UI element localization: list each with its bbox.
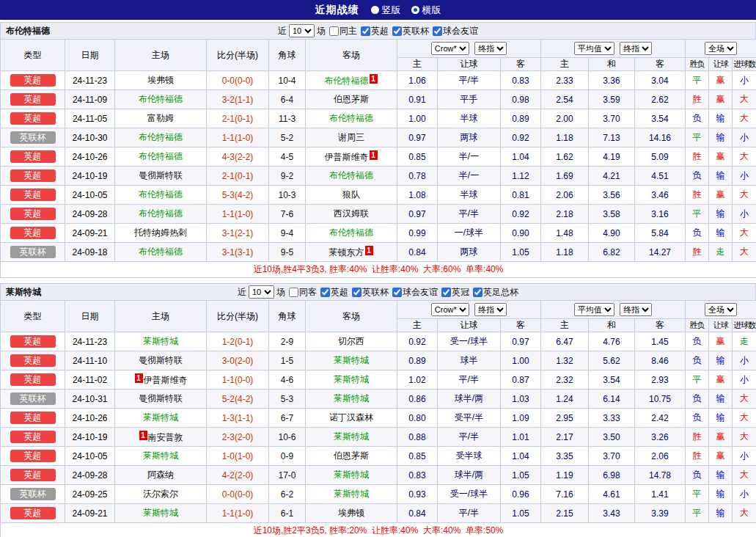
league-type-cell: 英超 (1, 504, 65, 523)
index-type-select[interactable]: 终指 (474, 42, 507, 55)
filter-checkbox[interactable] (392, 26, 402, 36)
filter-checkbox[interactable] (361, 26, 370, 36)
match-date: 24-11-23 (65, 332, 115, 351)
league-type-cell: 英超 (1, 351, 65, 370)
result-goals: 小 (733, 167, 756, 186)
filter-epl[interactable]: 英超 (361, 25, 389, 37)
home-team: 布伦特福德 (115, 90, 207, 109)
match-score: 3-1(3-1) (207, 243, 269, 262)
match-row: 英超24-10-191南安普敦2-3(2-0)10-6莱斯特城0.88平/半1.… (1, 428, 756, 447)
filter-checkbox[interactable] (392, 288, 402, 297)
team-name: 沃尔索尔 (143, 489, 178, 499)
average-select[interactable]: 平均值 (574, 42, 614, 55)
col-score: 比分(半场) (207, 40, 269, 71)
avg-home-odds: 1.19 (541, 466, 589, 485)
result-goals: 小 (733, 71, 756, 90)
radio-icon[interactable] (411, 6, 419, 14)
filter-checkbox[interactable] (473, 288, 482, 297)
average-select[interactable]: 平均值 (574, 303, 614, 316)
home-team: 莱斯特城 (115, 447, 207, 466)
recent-label-pre: 近 (278, 25, 287, 37)
section-header: 莱斯特城 近 10 场 同客英超英联杯球会友谊英冠英足总杯 (0, 283, 756, 300)
result-goals: 大 (733, 147, 756, 167)
index-type-select2[interactable]: 终指 (620, 42, 652, 55)
col-result-wdl: 胜负 (686, 58, 709, 71)
filter-efl-cup[interactable]: 英联杯 (352, 286, 389, 299)
radio-label: 竖版 (382, 4, 401, 17)
team-name: 布伦特福德 (139, 208, 183, 219)
team-name: 布伦特福德 (325, 76, 369, 86)
match-date: 24-10-19 (65, 167, 115, 186)
avg-away-odds: 8.46 (635, 351, 686, 370)
avg-home-odds: 1.69 (541, 167, 589, 186)
match-score: 1-0(1-0) (207, 447, 269, 466)
avg-draw-odds: 4.19 (589, 147, 635, 167)
handicap-home-odds: 0.83 (397, 466, 438, 485)
filter-checkbox[interactable] (441, 288, 451, 297)
handicap-away-odds: 0.89 (501, 109, 541, 128)
filter-same-home[interactable]: 同主 (329, 25, 357, 37)
league-type-cell: 英超 (1, 332, 65, 351)
handicap-home-odds: 1.08 (397, 186, 438, 205)
handicap-away-odds: 0.92 (501, 128, 541, 147)
filter-checkbox[interactable] (329, 26, 339, 36)
avg-home-odds: 1.24 (541, 390, 589, 409)
match-row: 英超24-10-26莱斯特城1-3(1-1)6-7诺丁汉森林0.80受平/半1.… (1, 409, 756, 428)
team-name: 阿森纳 (147, 470, 174, 480)
home-team: 布伦特福德 (115, 243, 207, 262)
league-type-cell: 英联杯 (1, 390, 65, 409)
avg-draw-odds: 3.50 (589, 428, 635, 447)
avg-home-odds: 1.18 (541, 243, 589, 262)
index-type-select2[interactable]: 终指 (620, 303, 652, 316)
corner-score: 9-2 (269, 167, 306, 186)
filter-label: 球会友谊 (403, 286, 438, 299)
match-date: 24-11-23 (65, 71, 115, 90)
bookmaker-select[interactable]: Crow* (431, 42, 469, 55)
match-row: 英超24-10-05莱斯特城1-0(1-0)0-9伯恩茅斯0.85受半球1.04… (1, 447, 756, 466)
avg-away-odds: 2.06 (635, 447, 686, 466)
league-type-cell: 英超 (1, 466, 65, 485)
handicap-line: 球半 (438, 351, 501, 370)
filter-checkbox[interactable] (352, 288, 362, 297)
recent-count-select[interactable]: 10 (289, 24, 315, 37)
filter-championship[interactable]: 英冠 (441, 286, 469, 299)
filter-checkbox[interactable] (320, 288, 330, 297)
away-team: 埃弗顿 (306, 504, 397, 523)
league-filter-group: 同客英超英联杯球会友谊英冠英足总杯 (285, 286, 518, 299)
handicap-away-odds: 0.87 (501, 370, 541, 390)
result-wdl: 平 (686, 504, 709, 523)
match-date: 24-09-21 (65, 224, 115, 243)
avg-draw-odds: 4.76 (589, 332, 635, 351)
recent-count-select[interactable]: 10 (249, 285, 274, 299)
filter-club-friendly[interactable]: 球会友谊 (392, 286, 438, 299)
layout-option-vertical[interactable]: 竖版 (371, 4, 401, 17)
radio-icon[interactable] (371, 6, 379, 14)
team-name: 莱顿东方 (329, 247, 364, 257)
match-score: 1-1(1-0) (207, 205, 269, 224)
layout-option-horizontal[interactable]: 横版 (411, 4, 441, 17)
filter-same-away[interactable]: 同客 (289, 286, 317, 299)
avg-home-odds: 2.06 (541, 186, 589, 205)
filter-club-friendly[interactable]: 球会友谊 (433, 25, 478, 37)
col-result-hcp: 让球 (709, 319, 733, 332)
avg-home-odds: 1.32 (541, 351, 589, 370)
away-team: 布伦特福德 (306, 167, 397, 186)
fulltime-select[interactable]: 全场 (705, 42, 737, 55)
result-goals: 大 (733, 243, 756, 262)
filter-epl[interactable]: 英超 (320, 286, 348, 299)
index-type-select[interactable]: 终指 (474, 303, 507, 316)
filter-checkbox[interactable] (289, 288, 298, 297)
home-team: 阿森纳 (115, 466, 207, 485)
handicap-line: 平/半 (438, 370, 501, 390)
bookmaker-select[interactable]: Crow* (431, 303, 469, 316)
filter-checkbox[interactable] (433, 26, 442, 36)
result-wdl: 负 (686, 466, 709, 485)
team-name: 伊普斯维奇 (144, 375, 188, 385)
avg-draw-odds: 3.43 (589, 504, 635, 523)
avg-away-odds: 3.04 (635, 71, 686, 90)
filter-fa-cup[interactable]: 英足总杯 (473, 286, 518, 299)
fulltime-select[interactable]: 全场 (705, 303, 737, 316)
result-wdl: 胜 (686, 428, 709, 447)
handicap-away-odds: 1.00 (501, 351, 541, 370)
filter-efl-cup[interactable]: 英联杯 (392, 25, 429, 37)
